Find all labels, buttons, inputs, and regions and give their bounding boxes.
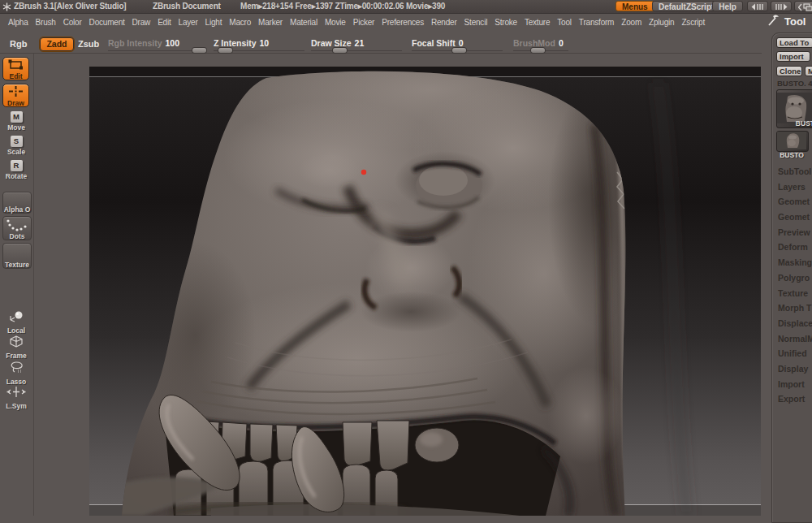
menu-stroke[interactable]: Stroke	[495, 18, 517, 27]
current-tool-name: BUSTO. 4	[777, 79, 812, 88]
section-texture[interactable]: Texture	[772, 288, 812, 304]
section-display[interactable]: Display	[772, 364, 812, 379]
texture-selector[interactable]: Texture	[2, 243, 32, 269]
menu-picker[interactable]: Picker	[353, 18, 375, 27]
menu-light[interactable]: Light	[205, 18, 222, 27]
clone-tool-thumbnail[interactable]	[776, 131, 809, 152]
brushmod-slider[interactable]: BrushMod0	[513, 38, 568, 52]
brush-cursor	[361, 170, 366, 175]
clone-tool-preview	[777, 132, 806, 149]
menu-stencil[interactable]: Stencil	[464, 18, 488, 27]
load-tool-button[interactable]: Load To	[776, 37, 812, 48]
lasso-icon	[8, 361, 24, 374]
slider-knob[interactable]	[333, 48, 347, 53]
lasso-button[interactable]: Lasso	[2, 361, 30, 386]
menu-tool[interactable]: Tool	[557, 18, 572, 27]
section-layers[interactable]: Layers	[772, 182, 812, 197]
menu-render[interactable]: Render	[431, 18, 457, 27]
menu-preferences[interactable]: Preferences	[382, 18, 424, 27]
slider-knob[interactable]	[218, 48, 232, 53]
sculpt-viewport	[89, 67, 761, 516]
document-canvas[interactable]	[89, 67, 761, 516]
section-polygroups[interactable]: Polygro	[772, 273, 812, 288]
rotate-glyph-icon: R	[11, 160, 23, 171]
menu-zplugin[interactable]: Zplugin	[649, 18, 674, 27]
rgb-button[interactable]: Rgb	[10, 39, 27, 49]
section-deformation[interactable]: Deform	[772, 242, 812, 257]
edit-gizmo-icon	[8, 59, 24, 70]
scale-mode-button[interactable]: S Scale	[2, 136, 30, 156]
rotate-mode-button[interactable]: R Rotate	[2, 160, 30, 180]
zsub-button[interactable]: Zsub	[78, 39, 99, 49]
menu-zoom[interactable]: Zoom	[621, 18, 641, 27]
tool-sections: SubTool Layers Geomet Geomet Preview Def…	[772, 166, 812, 409]
menu-brush[interactable]: Brush	[36, 18, 56, 27]
section-geometry-hd[interactable]: Geomet	[772, 212, 812, 227]
move-mode-button[interactable]: M Move	[2, 111, 30, 132]
title-bar: ZBrush 3.1[Alex Oliver Studio] ZBrush Do…	[0, 0, 812, 14]
status-stats: Mem▸218+154 Free▸1397 ZTime▸00:00:02.06 …	[240, 2, 445, 11]
section-unified-skin[interactable]: Unified	[772, 348, 812, 364]
local-symmetry-button[interactable]: L.Sym	[2, 386, 30, 410]
dots-stroke-icon	[5, 218, 29, 233]
draw-toolbar: Rgb Zadd Zsub Rgb Intensity100 Z Intensi…	[0, 36, 762, 54]
stroke-selector[interactable]: Dots	[2, 216, 32, 240]
menu-layer[interactable]: Layer	[179, 18, 198, 27]
draw-size-slider[interactable]: Draw Size21	[311, 38, 402, 52]
move-glyph-icon: M	[11, 111, 23, 123]
tool-panel-title: Tool	[784, 15, 806, 28]
scale-glyph-icon: S	[11, 136, 23, 147]
clone-thumbnail-label: BUSTO	[776, 151, 807, 159]
menu-draw[interactable]: Draw	[132, 18, 151, 27]
menu-movie[interactable]: Movie	[325, 18, 346, 27]
section-displacement[interactable]: Displace	[772, 318, 812, 334]
slider-track	[311, 50, 402, 51]
menu-marker[interactable]: Marker	[258, 18, 283, 27]
menu-texture[interactable]: Texture	[525, 18, 550, 27]
arrow-left-bars-icon	[751, 3, 764, 11]
focal-shift-slider[interactable]: Focal Shift0	[412, 38, 503, 52]
frame-button[interactable]: Frame	[2, 335, 30, 360]
help-button[interactable]: Help	[712, 1, 743, 11]
frame-cube-icon	[9, 335, 24, 348]
menu-macro[interactable]: Macro	[229, 18, 251, 27]
draw-mode-button[interactable]: Draw	[2, 84, 29, 107]
menu-color[interactable]: Color	[63, 18, 82, 27]
section-normalmap[interactable]: NormalM	[772, 334, 812, 349]
menu-material[interactable]: Material	[290, 18, 317, 27]
zadd-button[interactable]: Zadd	[40, 37, 74, 51]
section-subtool[interactable]: SubTool	[772, 166, 812, 182]
z-intensity-slider[interactable]: Z Intensity10	[214, 38, 304, 52]
section-masking[interactable]: Masking	[772, 257, 812, 273]
section-geometry[interactable]: Geomet	[772, 197, 812, 212]
stacked-windows-icon	[798, 3, 812, 11]
rgb-intensity-slider[interactable]: Rgb Intensity100	[108, 38, 207, 52]
slider-knob[interactable]	[192, 48, 206, 53]
local-pivot-icon	[8, 311, 24, 322]
menu-alpha[interactable]: Alpha	[8, 18, 28, 27]
menu-zscript[interactable]: Zscript	[681, 18, 705, 27]
alpha-selector[interactable]: Alpha O	[2, 192, 32, 214]
menus-button[interactable]: Menus	[615, 1, 654, 11]
edit-mode-button[interactable]: Edit	[2, 57, 29, 80]
collapse-left-tray-button[interactable]	[747, 1, 768, 11]
menu-transform[interactable]: Transform	[579, 18, 614, 27]
default-zscript-button[interactable]: DefaultZScript	[652, 1, 720, 11]
zbrush-window: ZBrush 3.1[Alex Oliver Studio] ZBrush Do…	[0, 0, 812, 523]
import-button[interactable]: Import	[776, 51, 810, 62]
make-polymesh-button[interactable]: M	[805, 66, 812, 76]
section-import[interactable]: Import	[772, 379, 812, 395]
slider-knob[interactable]	[531, 48, 545, 53]
section-export[interactable]: Export	[772, 394, 812, 409]
active-tool-thumbnail[interactable]: BUST	[776, 89, 812, 128]
document-title: ZBrush Document	[153, 2, 221, 11]
window-dock-button[interactable]	[794, 1, 812, 11]
collapse-right-tray-button[interactable]	[771, 1, 792, 11]
clone-button[interactable]: Clone	[776, 66, 802, 76]
section-preview[interactable]: Preview	[772, 227, 812, 243]
menu-edit[interactable]: Edit	[158, 18, 171, 27]
menu-document[interactable]: Document	[89, 18, 125, 27]
local-transform-button[interactable]: Local	[2, 311, 30, 335]
slider-knob[interactable]	[452, 48, 466, 53]
section-morph-target[interactable]: Morph T	[772, 303, 812, 318]
